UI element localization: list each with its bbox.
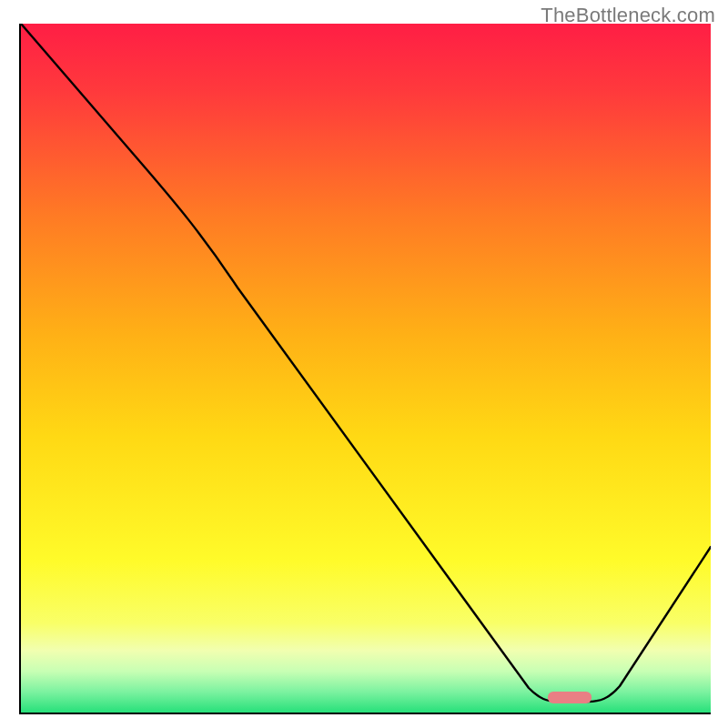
chart-plot-area <box>19 24 711 715</box>
chart-svg <box>19 24 711 715</box>
optimum-marker <box>548 692 592 703</box>
chart-background <box>21 24 711 713</box>
